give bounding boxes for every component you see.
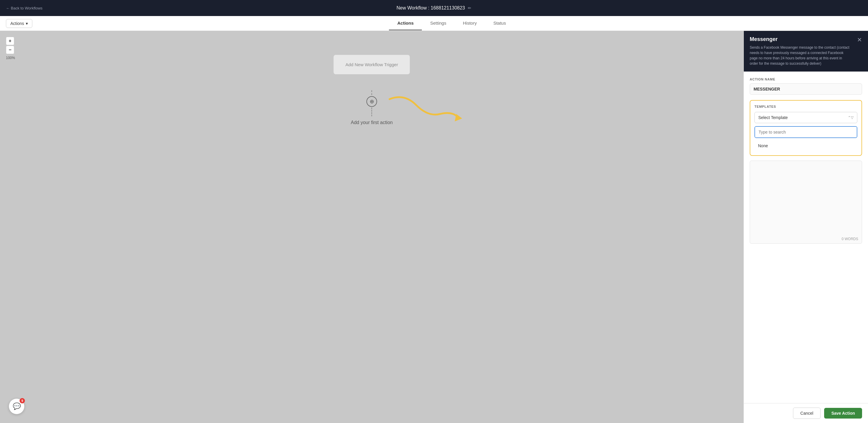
action-name-label: ACTION NAME [750,78,862,81]
chat-icon: 💬 [13,402,21,410]
actions-dropdown[interactable]: Actions ▾ [6,19,32,28]
panel-footer: Cancel Save Action [744,403,868,423]
message-area[interactable]: 0 WORDS [750,161,862,244]
zoom-level-label: 100% [6,56,15,60]
tab-actions[interactable]: Actions [389,16,422,30]
panel-header-content: Messenger Sends a Facebook Messenger mes… [750,36,850,66]
back-to-workflows-link[interactable]: ← Back to Workflows [6,6,42,10]
action-name-value: MESSENGER [750,83,862,95]
right-panel: Messenger Sends a Facebook Messenger mes… [743,31,868,423]
add-action-button[interactable]: ⊕ [366,96,377,107]
tab-bar: Actions ▾ Actions Settings History Statu… [0,16,868,31]
chat-widget[interactable]: 💬 9 [9,399,24,414]
zoom-in-button[interactable]: + [6,37,14,45]
select-template-dropdown[interactable]: Select Template ⌃▽ [754,112,857,123]
panel-close-button[interactable]: ✕ [857,36,862,43]
save-action-button[interactable]: Save Action [824,408,862,419]
top-nav: ← Back to Workflows New Workflow : 16881… [0,0,868,16]
first-action-label: Add your first action [351,120,393,125]
word-count: 0 WORDS [842,237,858,241]
select-chevron-icon: ⌃▽ [848,115,854,120]
annotation-arrow [386,90,464,133]
panel-header: Messenger Sends a Facebook Messenger mes… [744,31,868,72]
zoom-controls: + − 100% [6,37,15,60]
none-option[interactable]: None [754,140,857,151]
workflow-canvas: + − 100% Add New Workflow Trigger ⊕ Add … [0,31,743,423]
tab-status[interactable]: Status [485,16,514,30]
select-template-placeholder: Select Template [758,115,788,120]
template-search-input[interactable] [755,127,857,137]
panel-content: ACTION NAME MESSENGER TEMPLATES Select T… [744,72,868,403]
workflow-title: New Workflow : 1688121130823 ✏ [397,5,472,11]
plus-icon: ⊕ [370,98,374,105]
cancel-button[interactable]: Cancel [793,407,821,419]
dropdown-chevron-icon: ▾ [26,21,28,26]
templates-label: TEMPLATES [754,105,857,108]
zoom-out-button[interactable]: − [6,46,14,54]
trigger-node[interactable]: Add New Workflow Trigger [333,55,410,75]
main-area: + − 100% Add New Workflow Trigger ⊕ Add … [0,31,868,423]
panel-title: Messenger [750,36,850,43]
templates-section: TEMPLATES Select Template ⌃▽ None [750,100,862,156]
search-input-wrap [754,126,857,138]
tab-history[interactable]: History [455,16,485,30]
svg-marker-0 [455,114,462,121]
connector-line-bottom [371,108,372,116]
chat-badge: 9 [20,398,25,403]
edit-workflow-icon[interactable]: ✏ [468,6,471,10]
tab-settings[interactable]: Settings [422,16,455,30]
tab-group: Actions Settings History Status [41,16,862,30]
panel-description: Sends a Facebook Messenger message to th… [750,45,850,66]
